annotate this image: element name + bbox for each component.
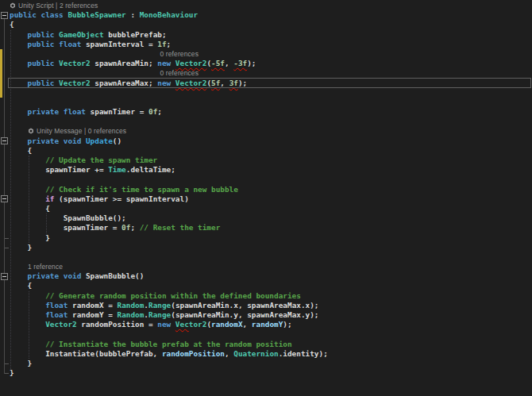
code-token: Vector2 [59,59,91,67]
codelens-line[interactable]: Unity Message | 0 references [0,126,532,136]
code-token: Update [86,136,113,145]
references-link[interactable]: 0 references [160,50,199,58]
code-line[interactable]: spawnTimer = 0f; // Reset the timer [0,223,532,233]
code-token: public [28,79,60,87]
code-line[interactable]: public float spawnInterval = 1f; [0,40,532,49]
code-editor[interactable]: Unity Script | 2 referencespublic class … [0,0,532,396]
codelens-line[interactable]: 0 references [0,49,532,59]
unity-icon [10,2,16,9]
references-link[interactable]: 1 reference [28,263,63,271]
code-line[interactable]: { [0,281,532,290]
code-line[interactable]: } [0,233,532,243]
code-line[interactable]: } [0,243,532,252]
codelens-label: Unity Message [37,127,83,135]
code-line[interactable]: Instantiate(bubblePrefab, randomPosition… [0,349,532,359]
code-line[interactable]: public class BubbleSpawner : MonoBehavio… [0,10,532,20]
references-link[interactable]: 0 references [160,69,199,77]
code-token: float [45,310,67,319]
code-token: bubblePrefab; [104,30,167,39]
code-token: Instantiate(bubblePrefab, [10,349,162,358]
code-line[interactable]: // Check if it's time to spawn a new bub… [0,185,532,194]
code-line[interactable]: float randomY = Random.Range(spawnAreaMi… [0,310,532,320]
code-token: , [220,79,229,87]
code-token [10,40,28,48]
code-token: { [10,281,32,290]
code-line[interactable]: private void Update() [0,136,532,146]
code-line[interactable]: // Update the spawn timer [0,156,532,165]
code-token: new [157,59,175,67]
code-token: // Reset the timer [140,223,221,232]
codelens-label: | [54,2,60,10]
references-link[interactable]: 2 references [60,2,98,10]
code-line[interactable]: { [0,20,532,29]
indent-spacer [10,262,28,271]
code-token: private void [28,271,86,280]
code-line[interactable]: { [0,146,532,156]
code-token [10,156,45,164]
code-line[interactable]: Vector2 randomPosition = new Vector2(ran… [0,320,532,329]
codelens-line[interactable]: 1 reference [0,262,532,271]
code-token: 0f [148,107,157,116]
code-token [10,107,28,116]
code-token: 3f [229,79,238,87]
code-token: // Update the spawn timer [45,156,157,164]
code-token [10,271,28,280]
blank-line[interactable] [0,329,532,339]
code-line[interactable]: if (spawnTimer >= spawnInterval) [0,194,532,204]
code-token: ); [247,59,256,67]
code-line[interactable]: // Instantiate the bubble prefab at the … [0,340,532,349]
code-line[interactable]: spawnTimer += Time.deltaTime; [0,165,532,175]
code-token: randomPosition [162,349,225,358]
code-token: Vec [175,320,189,329]
code-token: private float [28,107,86,116]
code-line[interactable]: private void SpawnBubble() [0,271,532,281]
blank-line[interactable] [0,175,532,184]
codelens-label: | [83,127,88,135]
code-token: ); [238,79,247,87]
code-token [10,320,45,329]
code-token [10,340,45,348]
code-line[interactable]: { [0,204,532,213]
code-token: ); [283,320,291,329]
code-line[interactable]: // Generate random position within the d… [0,291,532,301]
code-line[interactable]: float randomX = Random.Range(spawnAreaMi… [0,301,532,310]
code-token: randomX [211,320,243,329]
codelens-line[interactable]: Unity Script | 2 references [0,1,532,10]
references-link[interactable]: 0 references [88,127,126,135]
fold-collapse-toggle[interactable] [1,195,8,202]
code-token [10,59,28,67]
code-line[interactable]: } [0,359,532,368]
code-token [10,185,45,194]
code-token: private void [28,136,86,145]
code-token [10,136,28,145]
code-line[interactable]: public Vector2 spawnAreaMin; new Vector2… [0,59,532,68]
fold-collapse-toggle[interactable] [1,137,8,144]
fold-end-marker [5,363,9,364]
codelens-line[interactable]: 0 references [0,68,532,78]
code-line[interactable]: SpawnBubble(); [0,213,532,223]
fold-collapse-toggle[interactable] [1,273,8,280]
code-token: { [10,204,50,213]
code-token: : [126,10,140,19]
code-line[interactable]: private float spawnTimer = 0f; [0,107,532,117]
code-line[interactable]: public Vector2 spawnAreaMax; new Vector2… [0,79,532,88]
code-token: , [225,349,233,358]
code-token: Range [148,310,171,319]
blank-line[interactable] [0,88,532,98]
code-token: , [243,320,252,329]
blank-line[interactable] [0,117,532,126]
code-token: public [28,30,60,39]
code-line[interactable]: } [0,368,532,378]
code-token: 5f [211,79,220,87]
code-token: Vector2 [45,320,77,329]
code-token: randomY [252,320,283,329]
code-token: 1f [157,40,166,48]
code-token: Random [117,301,144,309]
blank-line[interactable] [0,98,532,107]
blank-line[interactable] [0,252,532,262]
indent-spacer [10,126,28,135]
code-token: public float [28,40,82,48]
code-token: GameObject [59,30,103,39]
fold-collapse-toggle[interactable] [1,12,8,19]
code-line[interactable]: public GameObject bubblePrefab; [0,30,532,40]
